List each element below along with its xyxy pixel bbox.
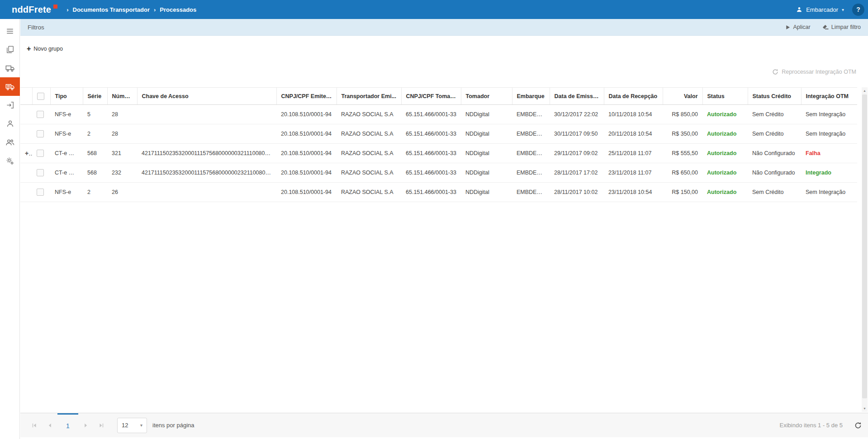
sidebar bbox=[0, 19, 20, 439]
cell-status-credito: Sem Crédito bbox=[748, 183, 801, 202]
reprocess-otm-label: Reprocessar Integração OTM bbox=[782, 69, 856, 75]
header-tipo[interactable]: Tipo bbox=[50, 88, 83, 105]
header-numero[interactable]: Número bbox=[107, 88, 137, 105]
previous-page-button[interactable] bbox=[42, 413, 57, 437]
cell-chave: 4217111502353200011157568000000232110080… bbox=[137, 163, 276, 183]
cell-cnpj-tomador: 65.151.466/0001-33 bbox=[401, 163, 461, 183]
cell-data-recepcao: 10/11/2018 10:54 bbox=[604, 105, 663, 124]
cell-chave bbox=[137, 105, 276, 124]
table-row[interactable]: NFS-e 2 26 20.108.510/0001-94 RAZAO SOCI… bbox=[20, 183, 857, 202]
next-page-button[interactable] bbox=[78, 413, 94, 437]
menu-toggle-button[interactable] bbox=[0, 22, 20, 40]
documents-grid: Tipo Série Número Chave de Acesso CNPJ/C… bbox=[20, 87, 861, 202]
scroll-down-icon[interactable]: ▼ bbox=[862, 405, 868, 412]
cell-embarque: EMBDEV.56... bbox=[512, 124, 550, 144]
header-cnpj-emitente[interactable]: CNPJ/CPF Emitente bbox=[276, 88, 337, 105]
status-badge: Autorizado bbox=[707, 189, 736, 195]
group-icon bbox=[5, 138, 14, 147]
cell-data-emissao: 28/11/2017 10:02 bbox=[550, 183, 604, 202]
cell-data-emissao: 29/11/2017 09:02 bbox=[550, 144, 604, 163]
scroll-up-icon[interactable]: ▲ bbox=[862, 87, 868, 94]
cell-transportador: RAZAO SOCIAL S.A bbox=[337, 183, 401, 202]
row-checkbox[interactable] bbox=[37, 189, 44, 196]
row-checkbox-cell bbox=[32, 183, 50, 202]
new-group-button[interactable]: + Novo grupo bbox=[27, 45, 63, 52]
cell-tomador: NDDigital bbox=[461, 163, 512, 183]
user-menu[interactable]: Embarcador ▾ bbox=[789, 0, 851, 19]
cell-cnpj-emitente: 20.108.510/0001-94 bbox=[276, 163, 337, 183]
cell-cnpj-tomador: 65.151.466/0001-33 bbox=[401, 124, 461, 144]
header-valor[interactable]: Valor bbox=[663, 88, 702, 105]
cell-tomador: NDDigital bbox=[461, 105, 512, 124]
cell-serie: 2 bbox=[83, 124, 107, 144]
cell-cnpj-emitente: 20.108.510/0001-94 bbox=[276, 105, 337, 124]
last-page-button[interactable] bbox=[94, 413, 109, 437]
breadcrumb-item-processados[interactable]: Processados bbox=[160, 6, 196, 13]
cell-data-emissao: 30/12/2017 22:02 bbox=[550, 105, 604, 124]
select-all-checkbox[interactable] bbox=[37, 93, 44, 100]
cell-transportador: RAZAO SOCIAL S.A bbox=[337, 105, 401, 124]
header-cnpj-tomador[interactable]: CNPJ/CPF Tomador bbox=[401, 88, 461, 105]
refresh-grid-button[interactable] bbox=[854, 422, 862, 429]
table-row[interactable]: + CT-e Nor... 568 321 421711150235320001… bbox=[20, 144, 857, 163]
sidebar-item-exit[interactable] bbox=[0, 96, 20, 114]
page-size-dropdown[interactable]: 12 ▾ bbox=[117, 418, 147, 433]
integration-status-badge: Integrado bbox=[806, 170, 831, 176]
table-row[interactable]: CT-e Nor... 568 232 42171115023532000111… bbox=[20, 163, 857, 183]
header-data-emissao[interactable]: Data de Emissão↓ bbox=[550, 88, 604, 105]
cell-data-recepcao: 23/11/2018 11:07 bbox=[604, 163, 663, 183]
header-data-recepcao[interactable]: Data de Recepção bbox=[604, 88, 663, 105]
chevron-down-icon: ▾ bbox=[140, 423, 142, 428]
sidebar-item-settings[interactable] bbox=[0, 151, 20, 170]
header-status-credito[interactable]: Status Crédito bbox=[748, 88, 801, 105]
topbar-right: Embarcador ▾ ? bbox=[789, 0, 868, 19]
header-tomador[interactable]: Tomador bbox=[461, 88, 512, 105]
sidebar-item-documentos-transportador[interactable] bbox=[0, 77, 20, 96]
row-checkbox[interactable] bbox=[37, 169, 44, 176]
cell-status: Autorizado bbox=[702, 183, 748, 202]
cell-cnpj-tomador: 65.151.466/0001-33 bbox=[401, 183, 461, 202]
main-content: Filtros Aplicar Limpar filtro + Novo gru… bbox=[20, 19, 868, 439]
cell-integracao-otm: Sem Integração bbox=[801, 124, 857, 144]
breadcrumb-separator-icon: › bbox=[154, 6, 156, 13]
sidebar-item-users[interactable] bbox=[0, 133, 20, 151]
cell-valor: R$ 650,00 bbox=[663, 163, 702, 183]
first-page-button[interactable] bbox=[27, 413, 42, 437]
table-header-row: Tipo Série Número Chave de Acesso CNPJ/C… bbox=[20, 88, 857, 105]
breadcrumb-item-documentos-transportador[interactable]: Documentos Transportador bbox=[73, 6, 150, 13]
row-checkbox[interactable] bbox=[37, 150, 44, 157]
sidebar-item-driver[interactable] bbox=[0, 114, 20, 133]
header-serie[interactable]: Série bbox=[83, 88, 107, 105]
cell-data-recepcao: 23/11/2018 10:54 bbox=[604, 183, 663, 202]
status-badge: Autorizado bbox=[707, 170, 736, 176]
row-expand-cell bbox=[20, 105, 32, 124]
integration-status-badge: Falha bbox=[806, 150, 821, 156]
row-checkbox[interactable] bbox=[37, 130, 44, 137]
sidebar-item-documents[interactable] bbox=[0, 40, 20, 59]
header-status[interactable]: Status bbox=[702, 88, 748, 105]
header-transportador[interactable]: Transportador Emi... bbox=[337, 88, 401, 105]
apply-filter-button[interactable]: Aplicar bbox=[785, 24, 810, 30]
vertical-scrollbar[interactable]: ▲ ▼ bbox=[862, 87, 868, 412]
expand-toggle[interactable]: + bbox=[25, 150, 32, 157]
table-row[interactable]: NFS-e 2 28 20.108.510/0001-94 RAZAO SOCI… bbox=[20, 124, 857, 144]
header-chave-acesso[interactable]: Chave de Acesso bbox=[137, 88, 276, 105]
table-row[interactable]: NFS-e 5 28 20.108.510/0001-94 RAZAO SOCI… bbox=[20, 105, 857, 124]
cell-numero: 321 bbox=[107, 144, 137, 163]
cell-status: Autorizado bbox=[702, 124, 748, 144]
cell-status: Autorizado bbox=[702, 144, 748, 163]
row-checkbox[interactable] bbox=[37, 111, 44, 118]
page-number-current[interactable]: 1 bbox=[57, 413, 78, 437]
sidebar-item-transport[interactable] bbox=[0, 59, 20, 77]
integration-status-badge: Sem Integração bbox=[806, 189, 845, 195]
app-logo[interactable]: nddFrete bbox=[12, 5, 57, 15]
reprocess-otm-button[interactable]: Reprocessar Integração OTM bbox=[772, 69, 856, 75]
scrollbar-thumb[interactable] bbox=[862, 94, 867, 398]
cell-status-credito: Não Configurado bbox=[748, 144, 801, 163]
logout-icon bbox=[6, 101, 14, 109]
header-embarque[interactable]: Embarque bbox=[512, 88, 550, 105]
clear-filter-button[interactable]: Limpar filtro bbox=[822, 24, 861, 30]
play-icon bbox=[785, 25, 790, 30]
help-button[interactable]: ? bbox=[852, 4, 864, 16]
header-integracao-otm[interactable]: Integração OTM bbox=[801, 88, 857, 105]
